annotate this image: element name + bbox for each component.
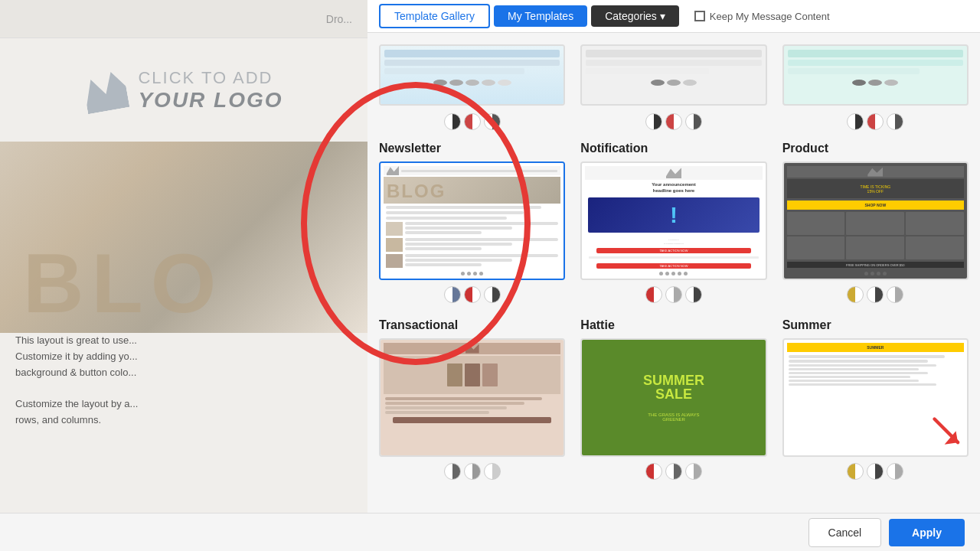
hattie-label: Hattie — [580, 318, 766, 332]
summer-swatches — [782, 463, 969, 480]
newsletter-text2 — [405, 238, 558, 250]
product-thumb[interactable]: TIME IS TICKING15% OFF SHOP NOW — [782, 161, 969, 280]
newsletter-swatches — [379, 286, 565, 303]
product-item-3 — [906, 212, 964, 235]
notification-thumb[interactable]: Your announcementheadline goes here ! ..… — [580, 161, 766, 280]
template-product: Product TIME IS TICKING15% OFF SHOP NOW — [782, 142, 969, 303]
trans-swatch-3[interactable] — [484, 463, 501, 480]
logo-area: CLICK TO ADD YOUR LOGO — [0, 38, 368, 142]
swatch-group-top1 — [379, 113, 565, 130]
transactional-thumb[interactable] — [379, 338, 565, 457]
prod-social-1 — [864, 272, 868, 276]
summer-swatch-1[interactable] — [847, 463, 864, 480]
newsletter-mini-logo — [387, 166, 399, 175]
hattie-swatches — [580, 463, 766, 480]
notification-swatch-3[interactable] — [685, 286, 702, 303]
product-item-2 — [846, 212, 904, 235]
trans-prod-img-1 — [447, 364, 462, 386]
swatch-9[interactable] — [887, 113, 903, 130]
partial-thumb-1[interactable] — [379, 44, 565, 106]
partial-thumb-3[interactable] — [782, 44, 969, 106]
gallery-scroll-area[interactable]: Newsletter BLOG — [368, 33, 980, 551]
social-dot-3 — [473, 272, 477, 276]
hattie-thumb[interactable]: SUMMERSALE THE GRASS IS ALWAYSGREENER — [580, 338, 766, 457]
desc-line-3: background & button colo... — [15, 365, 352, 381]
trans-header — [384, 343, 560, 354]
product-banner: TIME IS TICKING15% OFF — [787, 179, 964, 198]
swatch-3[interactable] — [484, 113, 501, 130]
template-gallery-panel: Template Gallery My Templates Categories… — [368, 0, 980, 551]
trans-btn — [393, 417, 551, 423]
swatch-6[interactable] — [685, 113, 702, 130]
newsletter-img2 — [386, 238, 403, 252]
newsletter-blog-img: BLOG — [384, 177, 560, 204]
desc-line-5: rows, and columns. — [15, 412, 352, 429]
summer-label: Summer — [782, 318, 969, 332]
swatch-1[interactable] — [444, 113, 461, 130]
swatch-group-top3 — [782, 113, 969, 130]
notification-preview: Your announcementheadline goes here ! ..… — [582, 163, 765, 279]
summer-header: SUMMER — [787, 343, 964, 352]
tab-template-gallery[interactable]: Template Gallery — [379, 4, 490, 28]
bottom-action-bar: Cancel Apply — [0, 513, 980, 551]
notification-cta-btn-2: TAKE ACTION NOW — [596, 263, 750, 269]
newsletter-thumb[interactable]: BLOG — [379, 161, 565, 280]
hattie-subtext: THE GRASS IS ALWAYSGREENER — [648, 412, 699, 422]
summer-swatch-2[interactable] — [867, 463, 884, 480]
product-swatch-3[interactable] — [887, 286, 903, 303]
notification-exclaim: ! — [670, 202, 678, 228]
swatch-2[interactable] — [464, 113, 481, 130]
trans-swatch-1[interactable] — [444, 463, 461, 480]
summer-thumb[interactable]: SUMMER — [782, 338, 969, 457]
newsletter-mini-header — [384, 166, 560, 175]
notification-label: Notification — [580, 142, 766, 155]
product-social — [787, 272, 964, 276]
notification-footer-text — [585, 255, 762, 262]
newsletter-swatch-1[interactable] — [444, 286, 461, 303]
partial-thumb-2[interactable] — [580, 44, 766, 106]
prod-social-3 — [877, 272, 880, 276]
keep-message-checkbox[interactable] — [694, 11, 705, 21]
swatch-7[interactable] — [847, 113, 864, 130]
top-partial-row — [379, 44, 969, 106]
product-header — [787, 166, 964, 178]
hattie-swatch-1[interactable] — [645, 463, 662, 480]
notification-mini-header — [585, 166, 762, 180]
swatch-4[interactable] — [645, 113, 662, 130]
newsletter-swatch-2[interactable] — [464, 286, 481, 303]
swatch-group-top2 — [580, 113, 766, 130]
newsletter-preview: BLOG — [381, 163, 564, 279]
notif-social-5 — [684, 272, 688, 276]
notification-headline: Your announcementheadline goes here — [585, 182, 762, 194]
top-swatches-row — [379, 113, 969, 130]
product-items-grid — [787, 212, 964, 259]
hattie-preview: SUMMERSALE THE GRASS IS ALWAYSGREENER — [582, 340, 765, 455]
notification-swatch-1[interactable] — [645, 286, 662, 303]
product-item-1 — [787, 212, 845, 235]
tab-my-templates[interactable]: My Templates — [494, 5, 587, 27]
notification-swatch-2[interactable] — [665, 286, 682, 303]
swatch-5[interactable] — [665, 113, 682, 130]
swatch-8[interactable] — [867, 113, 884, 130]
drop-area: Dro... — [0, 0, 368, 38]
hattie-swatch-2[interactable] — [665, 463, 682, 480]
newsletter-swatch-3[interactable] — [484, 286, 501, 303]
summer-swatch-3[interactable] — [887, 463, 903, 480]
tab-categories[interactable]: Categories ▾ — [591, 5, 679, 27]
logo-text-block: CLICK TO ADD YOUR LOGO — [138, 68, 283, 112]
apply-button[interactable]: Apply — [889, 519, 965, 546]
trans-swatch-2[interactable] — [464, 463, 481, 480]
cancel-button[interactable]: Cancel — [808, 518, 882, 547]
product-swatch-1[interactable] — [847, 286, 864, 303]
summer-preview: SUMMER — [784, 340, 967, 455]
product-label: Product — [782, 142, 969, 155]
click-to-add-text: CLICK TO ADD — [138, 68, 283, 88]
notification-swatches — [580, 286, 766, 303]
hattie-swatch-3[interactable] — [685, 463, 702, 480]
trans-content — [384, 396, 560, 452]
blog-hero-text: BLO — [23, 241, 224, 325]
prod-social-2 — [871, 272, 874, 276]
product-swatch-2[interactable] — [867, 286, 884, 303]
hattie-summer-sale-text: SUMMERSALE — [643, 373, 704, 401]
desc-line-4: Customize the layout by a... — [15, 396, 352, 412]
